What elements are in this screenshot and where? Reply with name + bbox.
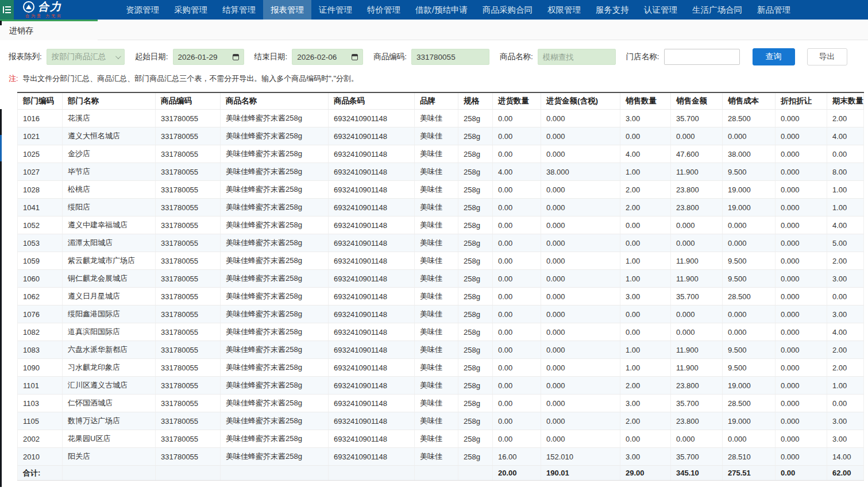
cell-sales-cost: 9.500 [723,359,776,377]
cell-sales-cost: 9.500 [723,163,776,181]
cell-sales-qty: 1.00 [620,341,671,359]
nav-item[interactable]: 新品管理 [750,0,798,20]
cell-discount: 0.000 [776,181,827,199]
cell-sales-qty: 29.00 [620,466,671,481]
end-date-input[interactable]: 2026-02-06 [292,49,363,65]
cell-dept-name: 松桃店 [63,181,156,199]
cell-purchase-amount: 0.000 [541,252,620,270]
cell-barcode: 6932410901148 [329,395,415,412]
nav-item[interactable]: 生活广场合同 [685,0,750,20]
cell-ending-qty: 2.00 [827,110,864,127]
product-name-input[interactable] [538,49,616,65]
cell-sales-qty: 3.00 [620,110,671,127]
cell-purchase-qty: 4.00 [493,163,541,181]
cell-sales-cost: 0.000 [723,234,776,252]
cell-spec: 258g [458,252,493,270]
cell-purchase-amount: 0.000 [541,323,620,341]
cell-product-name [221,466,329,481]
tab-title: 进销存 [9,26,33,36]
cell-spec: 258g [458,270,493,288]
cell-brand: 美味佳 [415,377,458,395]
cell-brand: 美味佳 [415,323,458,341]
cell-brand: 美味佳 [415,430,458,448]
cell-ending-qty: 1.00 [827,199,864,216]
store-name-label: 门店名称: [626,52,659,62]
cell-dept-code: 1090 [18,359,63,377]
tab-inventory-report[interactable]: 进销存 [0,20,98,40]
table-row: 1101汇川区遵义古城店331780055美味佳蜂蜜芥末酱258g6932410… [18,377,864,395]
cell-sales-amount: 47.600 [671,145,723,163]
table-row: 1059紫云麒龙城市广场店331780055美味佳蜂蜜芥末酱258g693241… [18,252,864,270]
cell-brand: 美味佳 [415,199,458,216]
column-header-discount: 折扣折让 [776,92,827,110]
cell-spec: 258g [458,448,493,466]
top-navigation-bar: 合力 合为贵 力无穷 资源管理采购管理结算管理报表管理证件管理特价管理借款/预结… [0,0,868,20]
table-row: 1053湄潭太阳城店331780055美味佳蜂蜜芥末酱258g693241090… [18,234,864,252]
nav-item[interactable]: 商品采购合同 [475,0,540,20]
product-code-input[interactable] [411,49,489,65]
nav-item[interactable]: 特价管理 [360,0,408,20]
cell-sales-amount: 23.800 [671,181,723,199]
cell-product-code: 331780055 [156,430,221,448]
cell-product-code: 331780055 [156,323,221,341]
cell-purchase-qty: 16.00 [493,448,541,466]
cell-purchase-qty: 0.00 [493,341,541,359]
store-name-input[interactable] [664,49,740,65]
cell-product-name: 美味佳蜂蜜芥末酱258g [221,110,329,127]
app-logo: 合力 合为贵 力无穷 [23,1,94,19]
column-header-product-name: 商品名称 [221,92,329,110]
cell-sales-amount: 35.700 [671,395,723,412]
cell-sales-amount: 345.10 [671,466,723,481]
report-type-select[interactable]: 按部门商品汇总 [47,49,125,65]
start-date-input[interactable]: 2026-01-29 [173,49,244,65]
cell-barcode: 6932410901148 [329,234,415,252]
cell-sales-cost: 0.000 [723,127,776,145]
cell-product-code: 331780055 [156,145,221,163]
nav-item[interactable]: 采购管理 [167,0,215,20]
cell-barcode: 6932410901148 [329,252,415,270]
table-header: 部门编码部门名称商品编码商品名称商品条码品牌规格进货数量进货金额(含税)销售数量… [18,92,864,110]
cell-sales-qty: 0.00 [620,216,671,234]
cell-product-code: 331780055 [156,234,221,252]
nav-menu: 资源管理采购管理结算管理报表管理证件管理特价管理借款/预结申请商品采购合同权限管… [118,0,798,20]
query-button[interactable]: 查询 [753,48,795,65]
cell-barcode: 6932410901148 [329,181,415,199]
cell-ending-qty: 3.00 [827,412,864,430]
table-row: 1060铜仁麒龙会展城店331780055美味佳蜂蜜芥末酱258g6932410… [18,270,864,288]
export-button[interactable]: 导出 [807,48,847,65]
cell-dept-code: 1062 [18,288,63,306]
nav-item[interactable]: 结算管理 [215,0,263,20]
nav-item[interactable]: 报表管理 [263,0,311,20]
cell-spec: 258g [458,323,493,341]
cell-dept-name: 湄潭太阳城店 [63,234,156,252]
nav-item[interactable]: 认证管理 [636,0,685,20]
report-type-label: 报表陈列: [9,52,42,62]
nav-item[interactable]: 权限管理 [540,0,588,20]
nav-item[interactable]: 借款/预结申请 [408,0,475,20]
menu-toggle-button[interactable] [0,0,14,20]
cell-barcode: 6932410901148 [329,323,415,341]
product-name-label: 商品名称: [500,52,533,62]
table-row: 1062遵义日月星城店331780055美味佳蜂蜜芥末酱258g69324109… [18,288,864,306]
cell-purchase-amount: 0.000 [541,234,620,252]
cell-sales-qty: 3.00 [620,288,671,306]
nav-item[interactable]: 资源管理 [118,0,167,20]
cell-ending-qty: 2.00 [827,359,864,377]
cell-dept-code: 1076 [18,306,63,323]
collapsed-sidebar[interactable] [0,109,2,487]
logo-text: 合力 [38,1,62,13]
cell-sales-cost: 28.510 [723,448,776,466]
cell-brand: 美味佳 [415,448,458,466]
cell-ending-qty: 3.00 [827,306,864,323]
cell-ending-qty: 1.00 [827,181,864,199]
cell-product-code: 331780055 [156,110,221,127]
cell-brand: 美味佳 [415,395,458,412]
column-header-dept-name: 部门名称 [63,92,156,110]
cell-sales-amount: 23.800 [671,377,723,395]
nav-item[interactable]: 服务支持 [588,0,636,20]
cell-brand: 美味佳 [415,412,458,430]
nav-item[interactable]: 证件管理 [311,0,360,20]
cell-ending-qty: 3.00 [827,430,864,448]
cell-barcode: 6932410901148 [329,163,415,181]
cell-sales-qty: 2.00 [620,181,671,199]
